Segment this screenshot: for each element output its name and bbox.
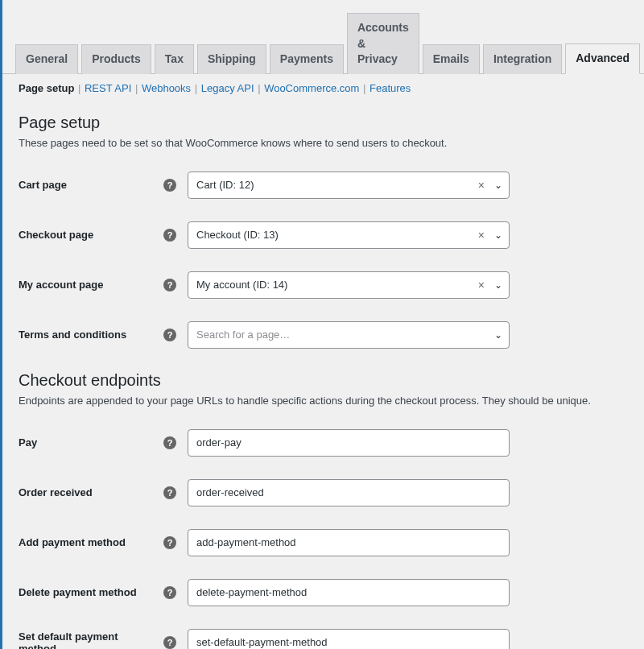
tab-emails[interactable]: Emails xyxy=(423,44,480,74)
subnav-features[interactable]: Features xyxy=(369,82,411,94)
chevron-down-icon[interactable]: ⌄ xyxy=(494,180,502,191)
tab-integration[interactable]: Integration xyxy=(483,44,562,74)
chevron-down-icon[interactable]: ⌄ xyxy=(494,229,502,241)
help-icon[interactable]: ? xyxy=(163,229,176,242)
tab-products[interactable]: Products xyxy=(81,44,151,74)
delete-payment-method-label: Delete payment method xyxy=(19,586,137,598)
tab-payments[interactable]: Payments xyxy=(270,44,344,74)
advanced-subnav: Page setup | REST API | Webhooks | Legac… xyxy=(2,74,644,102)
help-icon[interactable]: ? xyxy=(163,586,176,599)
my-account-page-label: My account page xyxy=(19,279,103,291)
cart-page-label: Cart page xyxy=(19,179,67,191)
order-received-endpoint-label: Order received xyxy=(19,486,93,498)
set-default-payment-method-input[interactable] xyxy=(188,629,510,649)
subnav-webhooks[interactable]: Webhooks xyxy=(142,82,191,94)
checkout-page-value: Checkout (ID: 13) xyxy=(196,229,279,241)
order-received-endpoint-input[interactable] xyxy=(188,479,510,506)
clear-icon[interactable]: × xyxy=(478,279,485,291)
checkout-endpoints-description: Endpoints are appended to your page URLs… xyxy=(19,395,628,407)
page-setup-description: These pages need to be set so that WooCo… xyxy=(19,137,628,149)
delete-payment-method-input[interactable] xyxy=(188,579,510,606)
checkout-page-label: Checkout page xyxy=(19,229,93,241)
help-icon[interactable]: ? xyxy=(163,636,176,649)
tab-general[interactable]: General xyxy=(15,44,78,74)
help-icon[interactable]: ? xyxy=(163,279,176,291)
checkout-endpoints-heading: Checkout endpoints xyxy=(19,371,628,390)
chevron-down-icon[interactable]: ⌄ xyxy=(494,329,502,341)
page-setup-heading: Page setup xyxy=(19,114,628,132)
terms-page-label: Terms and conditions xyxy=(19,329,126,341)
subnav-rest-api[interactable]: REST API xyxy=(85,82,131,94)
subnav-woocommerce-com[interactable]: WooCommerce.com xyxy=(264,82,359,94)
set-default-payment-method-label: Set default payment method xyxy=(19,630,159,649)
add-payment-method-input[interactable] xyxy=(188,529,510,556)
cart-page-select[interactable]: Cart (ID: 12) × ⌄ xyxy=(188,172,510,199)
subnav-page-setup[interactable]: Page setup xyxy=(19,82,74,94)
tab-accounts-privacy[interactable]: Accounts & Privacy xyxy=(347,13,419,74)
pay-endpoint-label: Pay xyxy=(19,436,37,449)
help-icon[interactable]: ? xyxy=(163,536,176,549)
clear-icon[interactable]: × xyxy=(478,179,485,192)
pay-endpoint-input[interactable] xyxy=(188,429,510,457)
terms-page-placeholder: Search for a page… xyxy=(196,329,290,341)
tab-tax[interactable]: Tax xyxy=(155,44,194,74)
add-payment-method-label: Add payment method xyxy=(19,536,126,548)
tab-shipping[interactable]: Shipping xyxy=(197,44,266,74)
my-account-page-value: My account (ID: 14) xyxy=(196,279,287,291)
checkout-page-select[interactable]: Checkout (ID: 13) × ⌄ xyxy=(188,221,510,249)
tab-advanced[interactable]: Advanced xyxy=(565,43,640,74)
help-icon[interactable]: ? xyxy=(163,329,176,341)
terms-page-select[interactable]: Search for a page… ⌄ xyxy=(188,321,510,349)
chevron-down-icon[interactable]: ⌄ xyxy=(494,279,502,291)
settings-tabs: General Products Tax Shipping Payments A… xyxy=(2,0,644,74)
help-icon[interactable]: ? xyxy=(163,436,176,449)
cart-page-value: Cart (ID: 12) xyxy=(196,179,254,191)
subnav-legacy-api[interactable]: Legacy API xyxy=(201,82,254,94)
help-icon[interactable]: ? xyxy=(163,179,176,192)
my-account-page-select[interactable]: My account (ID: 14) × ⌄ xyxy=(188,271,510,299)
clear-icon[interactable]: × xyxy=(478,229,485,242)
help-icon[interactable]: ? xyxy=(163,486,176,499)
